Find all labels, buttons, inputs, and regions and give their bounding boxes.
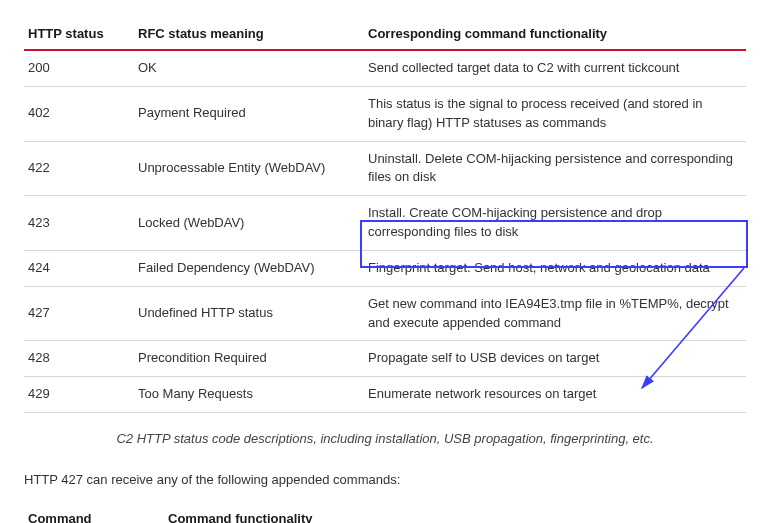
- table-row: 424 Failed Dependency (WebDAV) Fingerpri…: [24, 250, 746, 286]
- col-functionality: Corresponding command functionality: [364, 20, 746, 50]
- col-rfc-meaning: RFC status meaning: [134, 20, 364, 50]
- table-row: 200 OK Send collected target data to C2 …: [24, 50, 746, 86]
- command-table: Command Command functionality dir Send d…: [24, 505, 746, 523]
- table-row: 422 Unprocessable Entity (WebDAV) Uninst…: [24, 141, 746, 196]
- table-row-highlighted: 427 Undefined HTTP status Get new comman…: [24, 286, 746, 341]
- col-command-functionality: Command functionality: [164, 505, 746, 523]
- col-http-status: HTTP status: [24, 20, 134, 50]
- table-row: 402 Payment Required This status is the …: [24, 86, 746, 141]
- table-row: 423 Locked (WebDAV) Install. Create COM-…: [24, 196, 746, 251]
- table1-caption: C2 HTTP status code descriptions, includ…: [24, 431, 746, 446]
- intro-paragraph: HTTP 427 can receive any of the followin…: [24, 472, 746, 487]
- http-status-table: HTTP status RFC status meaning Correspon…: [24, 20, 746, 413]
- table-row: 429 Too Many Requests Enumerate network …: [24, 377, 746, 413]
- col-command: Command: [24, 505, 164, 523]
- table-row: 428 Precondition Required Propagate self…: [24, 341, 746, 377]
